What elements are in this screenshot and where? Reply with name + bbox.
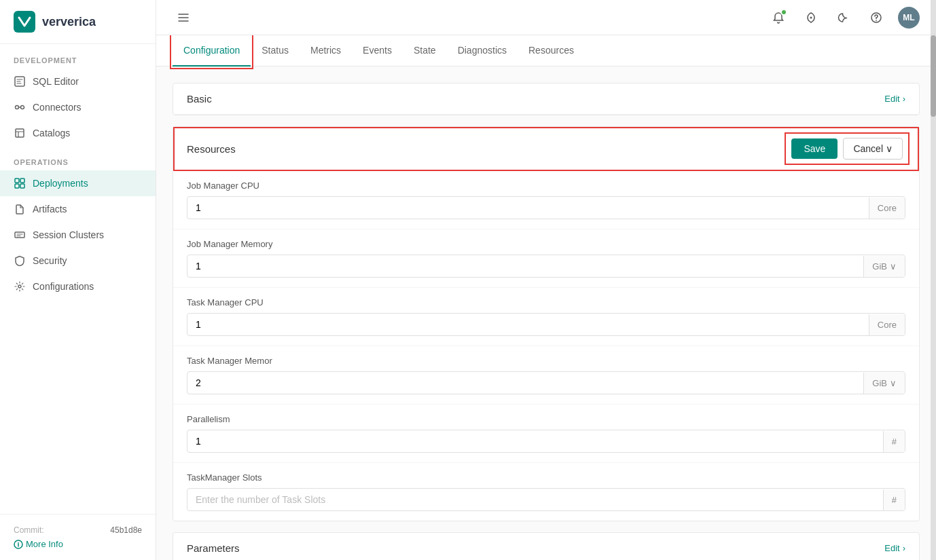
notifications-button[interactable] <box>768 7 789 29</box>
content-area: Configuration Status Metrics Events Stat… <box>156 35 936 560</box>
sidebar-item-label: Security <box>33 255 67 266</box>
tabs-bar: Configuration Status Metrics Events Stat… <box>156 35 936 67</box>
parameters-edit-link[interactable]: Edit › <box>884 543 905 553</box>
parameters-section: Parameters Edit › <box>173 532 920 560</box>
parallelism-input[interactable] <box>187 430 883 452</box>
jm-cpu-input[interactable] <box>187 197 869 219</box>
sidebar-item-artifacts[interactable]: Artifacts <box>0 196 156 222</box>
svg-point-12 <box>810 16 812 18</box>
jm-memory-field: Job Manager Memory GiB ∨ <box>173 229 919 288</box>
scrollbar-thumb[interactable] <box>931 35 936 117</box>
avatar[interactable]: ML <box>898 7 920 29</box>
tab-diagnostics[interactable]: Diagnostics <box>447 35 518 67</box>
tab-resources[interactable]: Resources <box>518 35 585 67</box>
parallelism-input-row: # <box>187 430 905 453</box>
tab-status[interactable]: Status <box>251 35 300 67</box>
tm-memory-field: Task Manager Memor GiB ∨ <box>173 346 919 405</box>
rocket-button[interactable] <box>800 7 822 29</box>
jm-cpu-suffix: Core <box>869 198 905 219</box>
topbar-right: ML <box>768 7 920 29</box>
sidebar-logo: ververica <box>0 0 156 44</box>
deployments-icon <box>14 177 26 189</box>
tab-state[interactable]: State <box>403 35 447 67</box>
tab-events[interactable]: Events <box>352 35 403 67</box>
svg-rect-8 <box>20 184 24 188</box>
sidebar-item-connectors[interactable]: Connectors <box>0 94 156 120</box>
svg-point-10 <box>18 285 21 288</box>
resources-section: Resources Save Cancel ∨ Job Manager CPU <box>173 126 920 521</box>
basic-section-title: Basic <box>187 93 212 105</box>
sidebar-item-catalogs[interactable]: Catalogs <box>0 120 156 146</box>
sidebar-commit: Commit: 45b1d8e More Info <box>0 514 156 560</box>
tm-memory-input[interactable] <box>187 372 863 394</box>
form-area: Basic Edit › Resources Save Cancel ∨ <box>156 67 936 560</box>
tm-cpu-field: Task Manager CPU Core <box>173 288 919 346</box>
jm-cpu-label: Job Manager CPU <box>187 181 905 191</box>
parallelism-label: Parallelism <box>187 414 905 424</box>
notification-dot <box>780 9 787 16</box>
sidebar-item-session-clusters[interactable]: Session Clusters <box>0 222 156 248</box>
tm-memory-input-row: GiB ∨ <box>187 371 905 394</box>
tm-slots-input[interactable] <box>187 489 883 510</box>
tm-cpu-input-row: Core <box>187 313 905 336</box>
sidebar-item-deployments[interactable]: Deployments <box>0 170 156 196</box>
tm-slots-field: TaskManager Slots # <box>173 463 919 521</box>
topbar-left <box>173 7 194 29</box>
tab-metrics[interactable]: Metrics <box>300 35 352 67</box>
rocket-icon <box>805 12 817 24</box>
resources-actions: Save Cancel ∨ <box>789 136 905 161</box>
sidebar-item-security[interactable]: Security <box>0 248 156 274</box>
basic-chevron: › <box>903 94 905 104</box>
tm-memory-suffix[interactable]: GiB ∨ <box>863 373 905 394</box>
sidebar-item-label: Deployments <box>33 178 88 189</box>
hamburger-button[interactable] <box>173 7 194 29</box>
tm-cpu-input[interactable] <box>187 314 869 335</box>
help-icon <box>870 12 882 24</box>
tm-cpu-label: Task Manager CPU <box>187 297 905 307</box>
tm-slots-label: TaskManager Slots <box>187 472 905 483</box>
jm-cpu-input-row: Core <box>187 196 905 219</box>
sidebar-item-label: Artifacts <box>33 204 67 214</box>
jm-memory-input[interactable] <box>187 255 863 277</box>
help-button[interactable] <box>865 7 887 29</box>
app-name: ververica <box>42 15 96 29</box>
tab-configuration[interactable]: Configuration <box>173 35 251 67</box>
hamburger-icon <box>177 12 190 24</box>
parameters-section-header[interactable]: Parameters Edit › <box>173 533 919 560</box>
svg-rect-5 <box>15 179 19 183</box>
sql-editor-icon <box>14 75 26 88</box>
parameters-edit-label: Edit <box>884 543 899 553</box>
basic-edit-link[interactable]: Edit › <box>884 94 905 104</box>
resources-section-header: Resources Save Cancel ∨ <box>173 127 919 171</box>
save-button[interactable]: Save <box>791 138 838 159</box>
sidebar-item-configurations[interactable]: Configurations <box>0 274 156 299</box>
parameters-section-title: Parameters <box>187 542 240 554</box>
sidebar-dev-label: DEVELOPMENT <box>0 44 156 69</box>
ververica-logo-icon <box>14 11 35 33</box>
topbar: ML <box>156 0 936 35</box>
scrollbar-track <box>931 0 936 560</box>
resources-section-title: Resources <box>187 143 236 155</box>
cancel-button[interactable]: Cancel ∨ <box>843 138 903 160</box>
sidebar-item-label: Catalogs <box>33 128 70 138</box>
sidebar-item-sql-editor[interactable]: SQL Editor <box>0 69 156 94</box>
svg-rect-6 <box>20 179 24 183</box>
jm-memory-suffix[interactable]: GiB ∨ <box>863 256 905 277</box>
catalogs-icon <box>14 127 26 139</box>
tm-memory-label: Task Manager Memor <box>187 356 905 366</box>
jm-memory-label: Job Manager Memory <box>187 239 905 249</box>
more-info-link[interactable]: More Info <box>14 539 142 549</box>
svg-rect-0 <box>14 11 35 33</box>
security-icon <box>14 255 26 267</box>
sidebar-item-label: Session Clusters <box>33 229 104 240</box>
basic-section: Basic Edit › <box>173 83 920 115</box>
theme-button[interactable] <box>833 7 854 29</box>
tm-cpu-suffix: Core <box>869 314 905 335</box>
tm-memory-suffix-label: GiB <box>872 378 887 388</box>
artifacts-icon <box>14 203 26 215</box>
info-icon <box>14 540 23 549</box>
basic-section-header[interactable]: Basic Edit › <box>173 83 919 115</box>
basic-edit-label: Edit <box>884 94 899 104</box>
session-clusters-icon <box>14 229 26 241</box>
svg-point-3 <box>21 106 24 109</box>
